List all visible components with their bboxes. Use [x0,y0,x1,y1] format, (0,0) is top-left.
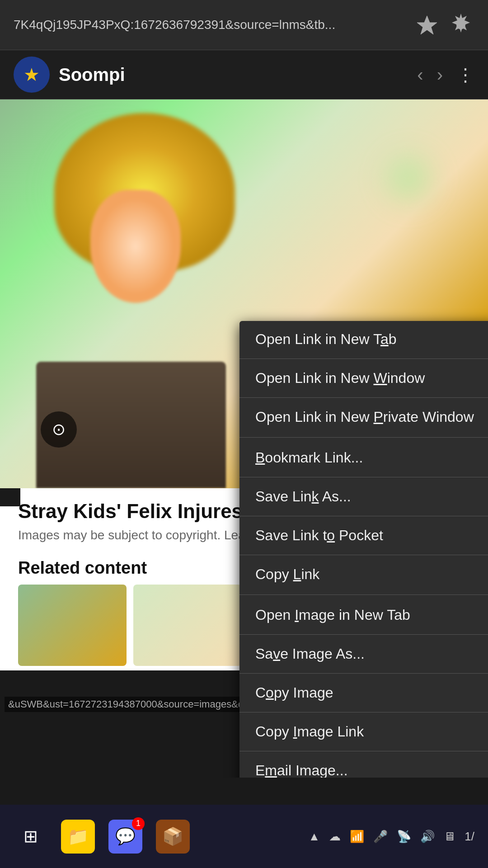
related-thumb-1[interactable] [18,585,127,666]
divider-7 [239,594,488,595]
discord-notification-badge: 1 [132,817,145,830]
folder-icon: 📁 [67,826,89,846]
divider-11 [239,751,488,751]
settings-gear-icon[interactable] [447,11,474,38]
camera-icon: ⊙ [52,420,66,439]
tray-volume-icon[interactable]: 🔊 [420,830,435,844]
discord-button[interactable]: 💬 1 [108,820,142,854]
menu-item-save-image-as[interactable]: Save Image As... [239,636,488,672]
face-decoration [90,190,181,303]
camera-icon-overlay[interactable]: ⊙ [41,411,77,448]
nav-bar: ★ Soompi ‹ › ⋮ [0,50,488,99]
related-thumb-2[interactable] [133,585,242,666]
menu-item-open-new-tab[interactable]: Open Link in New Tab [239,321,488,358]
divider-3 [239,437,488,438]
divider-5 [239,516,488,516]
menu-item-open-new-window[interactable]: Open Link in New Window [239,360,488,396]
tray-mic-icon[interactable]: 🎤 [373,830,388,844]
divider-4 [239,477,488,477]
menu-item-bookmark-link[interactable]: Bookmark Link... [239,439,488,476]
menu-item-save-link-as[interactable]: Save Link As... [239,478,488,515]
menu-item-open-private-window[interactable]: Open Link in New Private Window [239,399,488,435]
menu-item-copy-image[interactable]: Copy Image [239,675,488,711]
tray-arrow-icon[interactable]: ▲ [309,830,320,844]
menu-item-save-link-pocket[interactable]: Save Link to Pocket [239,517,488,554]
bookmark-star-icon[interactable] [416,14,438,36]
menu-item-copy-image-link[interactable]: Copy Image Link [239,713,488,750]
nav-menu-button[interactable]: ⋮ [456,64,474,85]
tray-wifi-icon[interactable]: 📡 [397,830,411,844]
context-menu: Open Link in New Tab Open Link in New Wi… [239,321,488,778]
nav-forward-button[interactable]: › [437,65,443,85]
bottom-url-hint: &uSWB&ust=167272319438700​0&source=image… [5,697,280,712]
site-name-label: Soompi [59,65,410,85]
box-icon: 📦 [162,826,183,846]
site-logo-star-icon: ★ [23,64,40,85]
main-content: yu... ⊙ Stray Kids' Felix Injures Bac Im… [0,99,488,778]
svg-marker-0 [417,16,437,34]
discord-icon: 💬 [115,827,136,846]
divider-10 [239,712,488,712]
file-explorer-button[interactable]: 📁 [61,820,95,854]
tray-network-icon[interactable]: 📶 [350,830,364,844]
divider-1 [239,359,488,359]
site-logo: ★ [14,57,50,93]
divider-8 [239,634,488,635]
divider-9 [239,673,488,674]
divider-2 [239,397,488,398]
menu-item-copy-link[interactable]: Copy Link [239,556,488,593]
menu-item-email-image[interactable]: Email Image... [239,752,488,778]
bottom-url-text: &uSWB&ust=167272319438700​0&source=image… [8,698,276,710]
bokeh-decoration [375,145,443,212]
menu-item-open-image-tab[interactable]: Open Image in New Tab [239,597,488,633]
taskbar-time: 1/ [465,830,474,844]
system-tray: ▲ ☁ 📶 🎤 📡 🔊 🖥 1/ [309,830,474,844]
url-text[interactable]: 7K4qQj195JP43PxQ:1672636792391&source=ln… [14,18,407,32]
nav-back-button[interactable]: ‹ [417,65,423,85]
windows-start-button[interactable]: ⊞ [14,820,47,854]
taskbar: ⊞ 📁 💬 1 📦 ▲ ☁ 📶 🎤 📡 🔊 🖥 1/ [0,805,488,868]
tray-cloud-icon[interactable]: ☁ [329,830,341,844]
tray-display-icon[interactable]: 🖥 [444,830,455,844]
browser-url-bar: 7K4qQj195JP43PxQ:1672636792391&source=ln… [0,0,488,50]
time-text: 1/ [465,830,474,843]
windows-icon: ⊞ [23,826,38,846]
divider-6 [239,555,488,555]
app-box-button[interactable]: 📦 [156,820,190,854]
